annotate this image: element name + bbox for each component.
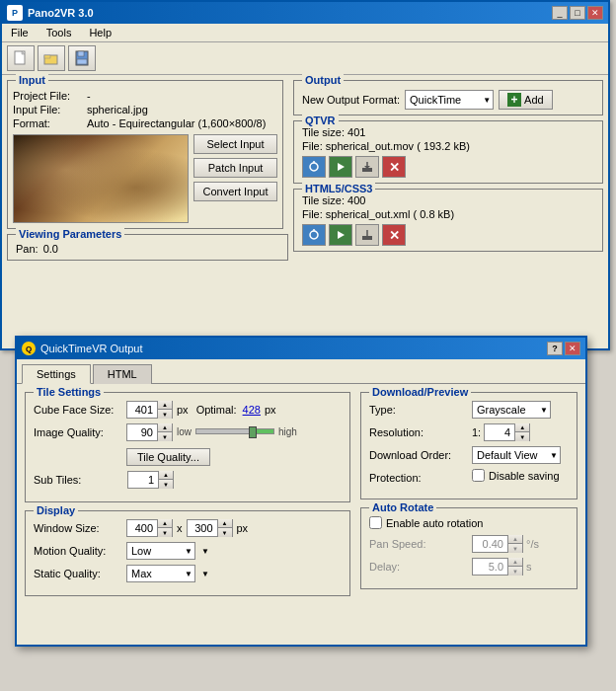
cube-face-down[interactable]: ▼ — [158, 410, 172, 419]
html5-settings-button[interactable] — [302, 224, 326, 246]
resolution-down[interactable]: ▼ — [515, 432, 529, 441]
pan-speed-unit: °/s — [526, 538, 539, 550]
cube-face-spin[interactable]: 401 ▲ ▼ — [126, 401, 173, 419]
optimal-label: Optimal: — [196, 404, 237, 416]
menu-tools[interactable]: Tools — [42, 26, 76, 39]
window-x-label: x — [177, 522, 183, 534]
add-output-button[interactable]: + Add — [499, 90, 553, 110]
dialog-left: Tile Settings Cube Face Size: 401 ▲ ▼ px… — [25, 392, 350, 604]
cube-face-up[interactable]: ▲ — [158, 401, 172, 410]
quality-up[interactable]: ▲ — [158, 423, 172, 432]
title-bar-left: P Pano2VR 3.0 — [7, 5, 94, 21]
patch-input-button[interactable]: Patch Input — [193, 158, 277, 178]
download-order-row: Download Order: Default View — [369, 446, 569, 464]
html5-block: HTML5/CSS3 Tile size: 400 File: spherica… — [293, 189, 603, 252]
title-bar-buttons: _ □ ✕ — [552, 6, 603, 20]
motion-quality-row: Motion Quality: Low ▼ — [34, 542, 342, 560]
type-label: Type: — [369, 404, 468, 416]
new-button[interactable] — [7, 45, 35, 71]
menu-help[interactable]: Help — [85, 26, 116, 39]
resolution-spin[interactable]: 4 ▲ ▼ — [484, 423, 530, 441]
qtvr-delete-button[interactable]: ✕ — [382, 156, 406, 178]
html5-export-button[interactable] — [355, 224, 379, 246]
window-w-spin[interactable]: 400 ▲ ▼ — [126, 519, 173, 537]
tab-settings[interactable]: Settings — [22, 364, 91, 384]
format-label: Format: — [13, 117, 87, 129]
sub-tiles-down[interactable]: ▼ — [159, 480, 173, 489]
format-select[interactable]: QuickTime — [405, 90, 494, 110]
qtvr-actions: ✕ — [302, 156, 594, 178]
app-icon: P — [7, 5, 23, 21]
static-quality-row: Static Quality: Max ▼ — [34, 565, 342, 582]
disable-saving-row: Disable saving — [472, 469, 560, 482]
pan-value: 0.0 — [43, 243, 58, 255]
sub-tiles-up[interactable]: ▲ — [159, 471, 173, 480]
quality-down[interactable]: ▼ — [158, 432, 172, 441]
app-title: Pano2VR 3.0 — [28, 7, 94, 19]
tile-quality-button[interactable]: Tile Quality... — [126, 448, 210, 466]
enable-rotation-row: Enable auto rotation — [369, 516, 569, 529]
window-h-up[interactable]: ▲ — [218, 519, 232, 528]
window-unit: px — [237, 522, 249, 534]
html5-preview-button[interactable] — [329, 224, 352, 246]
sub-tiles-spin[interactable]: 1 ▲ ▼ — [127, 471, 174, 489]
download-order-select[interactable]: Default View — [472, 446, 561, 464]
dialog-close-button[interactable]: ✕ — [565, 342, 580, 355]
qtvr-preview-button[interactable] — [329, 156, 352, 178]
dialog-title-bar: Q QuickTimeVR Output ? ✕ — [17, 338, 585, 359]
sub-tiles-arrows: ▲ ▼ — [158, 471, 173, 489]
image-quality-value: 90 — [127, 426, 157, 438]
resolution-row: Resolution: 1: 4 ▲ ▼ — [369, 423, 569, 441]
low-label: low — [177, 426, 192, 437]
minimize-button[interactable]: _ — [552, 6, 568, 20]
window-w-up[interactable]: ▲ — [158, 519, 172, 528]
close-button[interactable]: ✕ — [587, 6, 603, 20]
quality-slider-track[interactable] — [195, 428, 274, 434]
input-buttons: Select Input Patch Input Convert Input — [193, 134, 277, 223]
image-quality-spin[interactable]: 90 ▲ ▼ — [126, 423, 173, 441]
qtvr-export-button[interactable] — [355, 156, 379, 178]
viewing-params-title: Viewing Parameters — [16, 228, 124, 240]
content-area: Input Project File: - Input File: spheri… — [2, 75, 608, 335]
static-quality-select[interactable]: Max — [126, 565, 195, 582]
motion-quality-label: Motion Quality: — [34, 545, 122, 557]
download-order-label: Download Order: — [369, 449, 468, 461]
output-header: Output New Output Format: QuickTime + Ad… — [293, 80, 603, 115]
convert-input-button[interactable]: Convert Input — [193, 182, 277, 201]
tabs: Settings HTML — [17, 359, 585, 384]
motion-quality-select[interactable]: Low — [126, 542, 195, 560]
tab-html[interactable]: HTML — [93, 364, 152, 384]
html5-delete-button[interactable]: ✕ — [382, 224, 406, 246]
input-file-value: spherical.jpg — [87, 104, 148, 115]
disable-saving-label: Disable saving — [489, 470, 560, 482]
window-w-down[interactable]: ▼ — [158, 528, 172, 537]
window-h-arrows: ▲ ▼ — [217, 519, 232, 537]
qtvr-title: QTVR — [302, 115, 339, 126]
type-select[interactable]: Grayscale — [472, 401, 551, 419]
select-input-button[interactable]: Select Input — [193, 134, 277, 154]
window-h-down[interactable]: ▼ — [218, 528, 232, 537]
qtvr-settings-button[interactable] — [302, 156, 326, 178]
output-title: Output — [302, 74, 344, 86]
static-quality-label: Static Quality: — [34, 568, 122, 579]
dialog-help-button[interactable]: ? — [547, 342, 563, 355]
disable-saving-checkbox[interactable] — [472, 469, 485, 482]
dialog-content: Tile Settings Cube Face Size: 401 ▲ ▼ px… — [17, 384, 585, 612]
input-panel-title: Input — [16, 74, 48, 86]
quality-slider-thumb[interactable] — [249, 426, 257, 438]
resolution-label: Resolution: — [369, 426, 468, 438]
main-window: P Pano2VR 3.0 _ □ ✕ File Tools Help Inpu… — [0, 0, 610, 350]
save-button[interactable] — [68, 45, 96, 71]
display-group: Display Window Size: 400 ▲ ▼ x 300 — [25, 510, 350, 596]
menu-file[interactable]: File — [7, 26, 33, 39]
enable-rotation-checkbox[interactable] — [369, 516, 382, 529]
maximize-button[interactable]: □ — [570, 6, 585, 20]
open-button[interactable] — [38, 45, 65, 71]
dialog-icon: Q — [22, 342, 36, 355]
input-file-label: Input File: — [13, 104, 87, 115]
cube-face-label: Cube Face Size: — [34, 404, 122, 416]
download-preview-title: Download/Preview — [369, 386, 471, 398]
qtvr-file: File: spherical_out.mov ( 193.2 kB) — [302, 140, 594, 152]
resolution-up[interactable]: ▲ — [515, 423, 529, 432]
window-h-spin[interactable]: 300 ▲ ▼ — [187, 519, 233, 537]
